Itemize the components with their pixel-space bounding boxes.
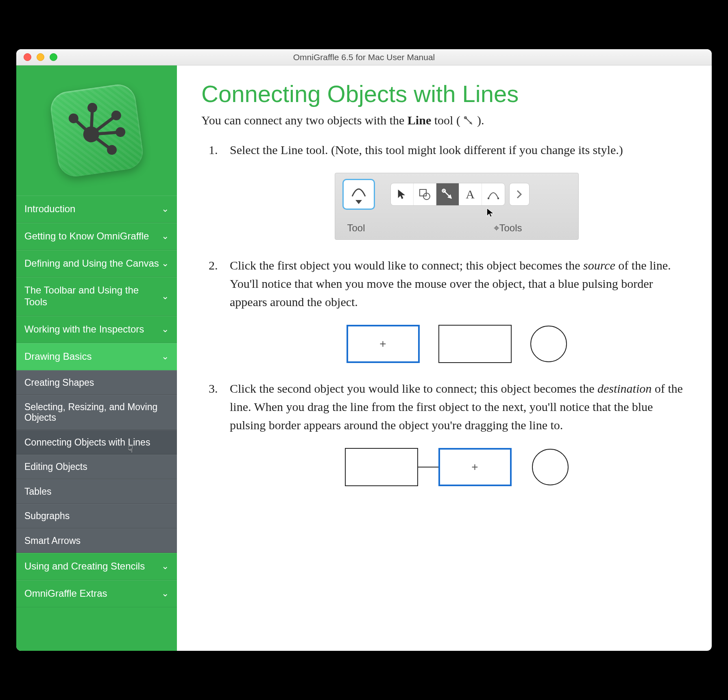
svg-rect-20 <box>497 198 499 199</box>
subnav-label: Editing Objects <box>24 461 87 472</box>
chevron-down-icon: ⌄ <box>161 231 169 241</box>
chevron-right-icon <box>510 183 529 205</box>
source-rectangle-selected: + <box>347 325 420 363</box>
pen-icon <box>487 189 500 200</box>
step-1: Select the Line tool. (Note, this tool m… <box>230 141 683 240</box>
step-3: Click the second object you would like t… <box>230 379 683 486</box>
pointer-icon <box>396 189 408 200</box>
nav-label: Introduction <box>24 203 75 215</box>
figure-destination-select: + <box>230 448 683 486</box>
subnav-item-creating-shapes[interactable]: Creating Shapes <box>16 370 177 395</box>
shape-icon <box>418 188 431 200</box>
sidebar-item-drawing-basics[interactable]: Drawing Basics ⌄ <box>16 343 177 370</box>
nav-label: Working with the Inspectors <box>24 324 144 335</box>
mouse-cursor-icon <box>486 207 496 218</box>
subnav-item-smart-arrows[interactable]: Smart Arrows <box>16 528 177 553</box>
expand-tools-button[interactable] <box>509 183 530 206</box>
pen-tool-button[interactable] <box>482 183 505 205</box>
selection-tool-button[interactable] <box>391 183 414 205</box>
subnav-item-editing-objects[interactable]: Editing Objects <box>16 454 177 479</box>
nav-label: Drawing Basics <box>24 351 92 363</box>
sidebar-item-defining-canvas[interactable]: Defining and Using the Canvas ⌄ <box>16 250 177 277</box>
sidebar-item-extras[interactable]: OmniGraffle Extras ⌄ <box>16 580 177 607</box>
subnav-label: Subgraphs <box>24 511 70 521</box>
subnav-item-subgraphs[interactable]: Subgraphs <box>16 504 177 528</box>
nav-label: OmniGraffle Extras <box>24 588 107 600</box>
tool-palette: A <box>390 183 505 206</box>
figure-toolbar: A <box>230 173 683 240</box>
close-window-button[interactable] <box>24 53 31 61</box>
window-title: OmniGraffle 6.5 for Mac User Manual <box>16 52 712 62</box>
app-logo-tile <box>48 82 145 178</box>
sidebar-nav: Introduction ⌄ Getting to Know OmniGraff… <box>16 196 177 607</box>
subnav-label: Tables <box>24 486 51 497</box>
nav-label: Defining and Using the Canvas <box>24 258 159 270</box>
sidebar-item-getting-to-know[interactable]: Getting to Know OmniGraffle ⌄ <box>16 223 177 250</box>
nav-label: Using and Creating Stencils <box>24 561 145 572</box>
shape-tool-button[interactable] <box>414 183 436 205</box>
step-emphasis: source <box>583 259 615 272</box>
rectangle-shape <box>438 325 512 363</box>
text-a-icon: A <box>466 185 475 203</box>
pointing-hand-cursor-icon: ☟ <box>128 444 133 454</box>
plus-icon: + <box>379 335 386 352</box>
line-tool-inline-icon <box>463 113 474 124</box>
sidebar-item-stencils[interactable]: Using and Creating Stencils ⌄ <box>16 553 177 580</box>
chevron-down-icon: ⌄ <box>161 561 169 572</box>
svg-marker-14 <box>398 189 405 199</box>
app-window: OmniGraffle 6.5 for Mac User Manual <box>16 49 712 651</box>
chevron-down-icon: ⌄ <box>161 204 169 214</box>
step-text: Click the first object you would like to… <box>230 259 583 272</box>
subnav-item-selecting-resizing[interactable]: Selecting, Resizing, and Moving Objects <box>16 395 177 430</box>
line-tool-button[interactable] <box>436 183 459 205</box>
sidebar: Introduction ⌄ Getting to Know OmniGraff… <box>16 65 177 651</box>
sidebar-item-toolbar[interactable]: The Toolbar and Using the Tools ⌄ <box>16 277 177 316</box>
steps-list: Select the Line tool. (Note, this tool m… <box>201 141 683 486</box>
intro-text: You can connect any two objects with the <box>201 113 408 127</box>
chevron-down-icon: ⌄ <box>161 588 169 599</box>
intro-text: ). <box>474 113 484 127</box>
destination-rectangle-selected: + <box>438 448 512 486</box>
sidebar-item-inspectors[interactable]: Working with the Inspectors ⌄ <box>16 316 177 343</box>
svg-marker-21 <box>487 208 493 217</box>
step-emphasis: destination <box>597 382 652 395</box>
svg-point-7 <box>87 102 98 113</box>
window-controls <box>16 53 57 61</box>
source-rectangle <box>345 448 418 486</box>
connection-line <box>418 467 438 467</box>
step-text: Click the second object you would like t… <box>230 382 597 395</box>
chevron-down-icon: ⌄ <box>161 291 169 302</box>
intro-paragraph: You can connect any two objects with the… <box>201 111 683 129</box>
toolbar-label-tool: Tool <box>347 221 365 235</box>
subnav-label: Selecting, Resizing, and Moving Objects <box>24 402 157 423</box>
text-tool-button[interactable]: A <box>459 183 482 205</box>
minimize-window-button[interactable] <box>37 53 44 61</box>
chevron-down-icon: ⌄ <box>161 258 169 269</box>
dropdown-triangle-icon <box>355 200 362 204</box>
chevron-down-icon: ⌄ <box>161 324 169 335</box>
omnigraffle-logo-icon <box>62 96 131 165</box>
intro-bold: Line <box>408 113 431 127</box>
page-title: Connecting Objects with Lines <box>201 80 683 107</box>
svg-point-9 <box>115 126 126 137</box>
nav-label: The Toolbar and Using the Tools <box>24 285 161 308</box>
toolbar-label-tools: ⌖Tools <box>494 221 522 235</box>
chevron-down-icon: ⌄ <box>161 351 169 362</box>
titlebar: OmniGraffle 6.5 for Mac User Manual <box>16 49 712 65</box>
zoom-window-button[interactable] <box>50 53 57 61</box>
svg-marker-13 <box>355 200 362 204</box>
figure-source-select: + <box>230 325 683 363</box>
subnav-item-tables[interactable]: Tables <box>16 479 177 504</box>
line-tool-icon <box>441 188 453 200</box>
content-area: Connecting Objects with Lines You can co… <box>177 65 712 651</box>
toolbar-screenshot: A <box>335 173 579 240</box>
sidebar-item-introduction[interactable]: Introduction ⌄ <box>16 196 177 223</box>
current-tool-well <box>342 179 375 210</box>
subnav-label: Smart Arrows <box>24 535 81 546</box>
nav-label: Getting to Know OmniGraffle <box>24 230 149 242</box>
arc-tool-icon <box>350 184 368 199</box>
svg-rect-15 <box>420 189 426 196</box>
sidebar-subnav-drawing-basics: Creating Shapes Selecting, Resizing, and… <box>16 370 177 553</box>
subnav-item-connecting-lines[interactable]: Connecting Objects with Lines ☟ <box>16 430 177 454</box>
plus-icon: + <box>471 459 478 476</box>
